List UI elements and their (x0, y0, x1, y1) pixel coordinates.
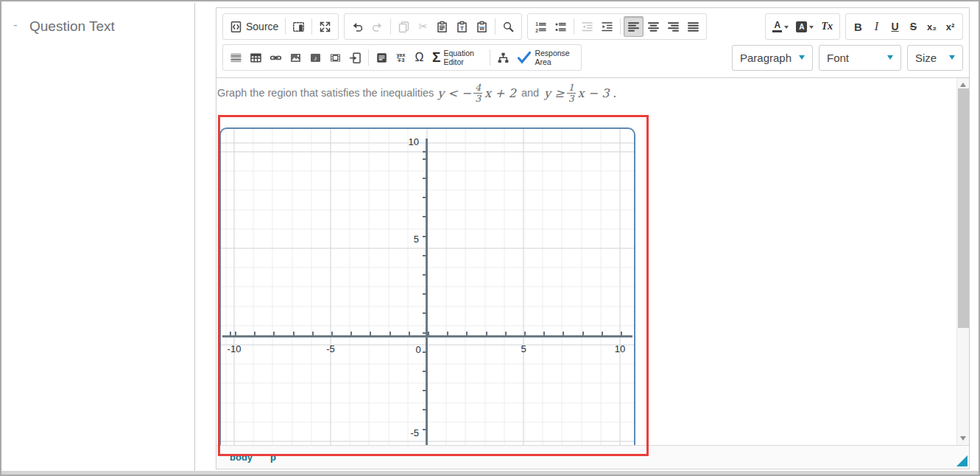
group-clipboard: ✂ T W (344, 13, 522, 40)
numbered-list-icon: 12 (535, 21, 547, 33)
chevron-down-icon (809, 26, 814, 31)
image-button[interactable] (286, 47, 306, 68)
video-button[interactable] (325, 47, 345, 68)
sigma-icon: Σ (432, 49, 440, 66)
chevron-down-icon (799, 55, 805, 60)
image-icon (289, 52, 302, 64)
redo-button[interactable] (367, 16, 387, 37)
justify-icon (687, 21, 699, 33)
align-center-button[interactable] (644, 16, 663, 37)
font-value: Font (827, 52, 849, 64)
link-icon (269, 52, 282, 64)
align-left-icon (627, 21, 640, 33)
source-button[interactable]: Source (226, 16, 282, 37)
underline-button[interactable]: U (886, 16, 904, 37)
math-icon: y±x∓3 (397, 52, 406, 63)
horizontal-line-button[interactable] (226, 47, 246, 68)
scroll-up-arrow[interactable] (960, 83, 966, 87)
size-dropdown[interactable]: Size (907, 45, 963, 71)
text-color-button[interactable]: A (769, 16, 792, 37)
find-button[interactable] (498, 16, 518, 37)
subscript-button[interactable]: x₂ (923, 16, 941, 37)
block-button[interactable] (372, 47, 392, 68)
paste-plain-text-button[interactable]: T (452, 16, 472, 37)
fraction: 43 (473, 83, 482, 104)
redo-icon (371, 21, 384, 33)
question-paragraph: Graph the region that satisfies the ineq… (217, 83, 924, 104)
resize-handle[interactable] (956, 455, 967, 466)
vertical-scrollbar[interactable] (956, 78, 969, 445)
editor-content[interactable]: Graph the region that satisfies the ineq… (216, 78, 956, 445)
indent-button[interactable] (597, 16, 617, 37)
horizontal-line-icon (230, 52, 242, 64)
align-left-button[interactable] (624, 16, 644, 37)
y-tick-label: -5 (397, 427, 419, 438)
maximize-icon (319, 21, 331, 33)
x-axis-ticks (222, 332, 632, 335)
indent-icon (601, 21, 613, 33)
maximize-button[interactable] (315, 16, 335, 37)
editor-toolbar: Source (216, 8, 969, 78)
paste-from-word-button[interactable]: W (472, 16, 492, 37)
bold-button[interactable]: B (849, 16, 867, 37)
math-button[interactable]: y±x∓3 (392, 47, 410, 68)
app-window: - Question Text Source (0, 0, 980, 476)
omega-icon: Ω (415, 51, 424, 64)
equation-editor-label: Equation Editor (443, 49, 483, 66)
scrollbar-thumb[interactable] (958, 88, 969, 328)
text-color-icon: A (772, 21, 782, 33)
y-tick-label: 5 (397, 234, 419, 245)
align-right-icon (667, 21, 680, 33)
link-button[interactable] (266, 47, 286, 68)
table-button[interactable] (246, 47, 266, 68)
separator (574, 18, 574, 35)
paste-button[interactable] (432, 16, 452, 37)
background-color-button[interactable]: A (792, 16, 817, 37)
separator (620, 18, 621, 35)
sitemap-button[interactable] (493, 47, 513, 68)
separator (311, 18, 312, 35)
paste-icon (436, 21, 448, 33)
superscript-button[interactable]: x² (941, 16, 959, 37)
fraction: 13 (567, 83, 576, 104)
source-label: Source (246, 21, 278, 32)
path-item-body[interactable]: body (230, 452, 253, 463)
bulleted-list-button[interactable] (551, 16, 571, 37)
svg-text:W: W (480, 25, 485, 30)
copy-button[interactable] (394, 16, 414, 37)
numbered-list-button[interactable]: 12 (531, 16, 551, 37)
templates-button[interactable] (289, 16, 309, 37)
response-area-button[interactable]: Response Area (513, 47, 578, 68)
equation-editor-button[interactable]: Σ Equation Editor (429, 47, 487, 68)
group-paragraph-format: 12 (527, 13, 707, 40)
audio-button[interactable]: ♪ (306, 47, 325, 68)
toolbar-row-1: Source (222, 13, 963, 40)
import-file-button[interactable] (345, 47, 365, 68)
chevron-down-icon (949, 55, 955, 60)
undo-button[interactable] (348, 16, 367, 37)
path-item-p[interactable]: p (270, 452, 276, 463)
remove-format-button[interactable]: Tx (817, 16, 836, 37)
cut-button[interactable]: ✂ (414, 16, 432, 37)
collapse-toggle[interactable]: - (13, 18, 18, 32)
chevron-down-icon (887, 55, 893, 60)
italic-button[interactable]: I (867, 16, 886, 37)
align-right-button[interactable] (663, 16, 683, 37)
copy-icon (398, 21, 410, 33)
toolbar-row1-right: A A Tx B I U (765, 13, 963, 40)
section-title: Question Text (29, 18, 115, 35)
group-insert: ♪ y±x∓3 Ω (222, 44, 582, 71)
scroll-down-arrow[interactable] (960, 436, 966, 441)
separator (390, 18, 391, 35)
y-tick-label: 10 (397, 136, 419, 147)
background-color-icon: A (796, 21, 807, 32)
outdent-button[interactable] (577, 16, 597, 37)
import-file-icon (349, 52, 362, 64)
font-dropdown[interactable]: Font (819, 45, 901, 71)
justify-button[interactable] (683, 16, 703, 37)
strikethrough-button[interactable]: S (904, 16, 923, 37)
graph-image[interactable]: 10 5 -5 -10 -5 0 5 10 (219, 127, 635, 445)
special-character-button[interactable]: Ω (410, 47, 429, 68)
question-prefix: Graph the region that satisfies the ineq… (217, 87, 434, 99)
paragraph-format-dropdown[interactable]: Paragraph (732, 45, 813, 71)
